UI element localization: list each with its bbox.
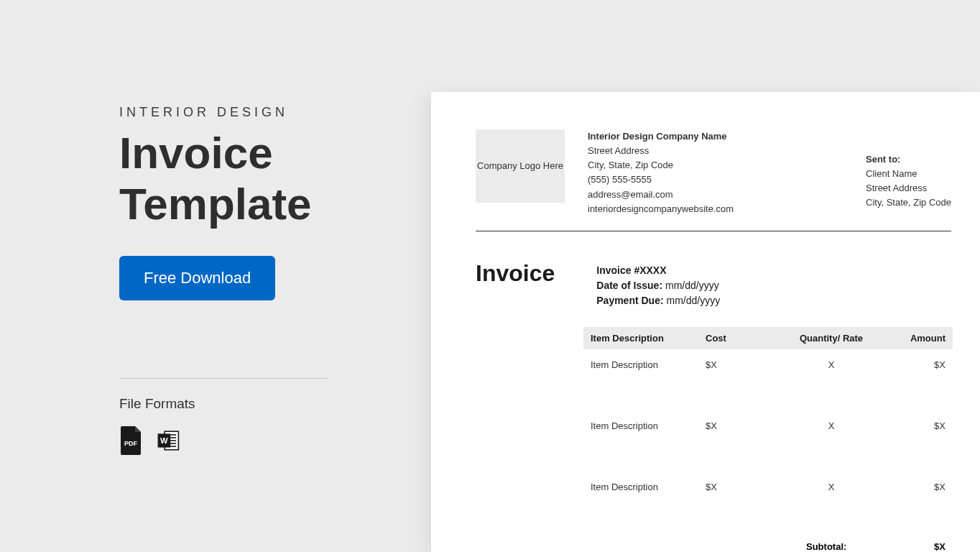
page-title: Invoice Template [119, 127, 407, 230]
table-row: Item Description $X X $X [583, 410, 953, 472]
company-street: Street Address [588, 144, 843, 158]
table-header: Item Description Cost Quantity/ Rate Amo… [583, 327, 953, 349]
col-description: Item Description [591, 333, 706, 344]
invoice-meta: Invoice #XXXX Date of Issue: mm/dd/yyyy … [596, 260, 720, 308]
cell-desc: Item Description [591, 359, 706, 410]
subtotal-label: Subtotal: [806, 541, 846, 552]
cell-amt: $X [885, 420, 946, 472]
cell-qty: X [777, 482, 885, 533]
invoice-number: Invoice #XXXX [596, 264, 666, 276]
cell-qty: X [777, 359, 885, 410]
cell-cost: $X [706, 482, 777, 533]
left-panel: INTERIOR DESIGN Invoice Template Free Do… [119, 105, 407, 458]
cell-qty: X [777, 420, 885, 472]
issue-date: mm/dd/yyyy [665, 280, 719, 291]
download-button[interactable]: Free Download [119, 256, 275, 300]
company-email: address@email.com [588, 188, 843, 202]
title-line-1: Invoice [119, 128, 273, 178]
cell-cost: $X [706, 359, 777, 410]
col-amount: Amount [885, 333, 946, 344]
document-preview: Company Logo Here Interior Design Compan… [431, 92, 980, 552]
logo-placeholder: Company Logo Here [476, 129, 565, 203]
file-formats-label: File Formats [119, 396, 407, 412]
word-icon: W [157, 426, 180, 458]
company-phone: (555) 555-5555 [588, 172, 843, 187]
invoice-heading: Invoice [476, 260, 555, 308]
sent-to-label: Sent to: [866, 152, 951, 167]
col-cost: Cost [706, 333, 777, 344]
doc-header: Company Logo Here Interior Design Compan… [476, 129, 951, 231]
cell-cost: $X [706, 420, 777, 472]
cell-desc: Item Description [591, 420, 706, 472]
table-row: Item Description $X X $X [583, 349, 953, 410]
svg-text:PDF: PDF [124, 440, 138, 447]
title-line-2: Template [119, 179, 312, 229]
totals-block: Subtotal: $X Discounts: $X [583, 540, 953, 552]
client-city: City, State, Zip Code [866, 196, 951, 210]
col-quantity: Quantity/ Rate [777, 333, 885, 344]
company-website: interiordesigncompanywebsite.com [588, 202, 843, 216]
category-label: INTERIOR DESIGN [119, 105, 407, 120]
company-name: Interior Design Company Name [588, 129, 843, 144]
company-info: Interior Design Company Name Street Addr… [588, 129, 843, 216]
line-items-table: Item Description Cost Quantity/ Rate Amo… [583, 327, 953, 552]
due-label: Payment Due: [596, 295, 663, 306]
subtotal-line: Subtotal: $X [591, 540, 946, 552]
issue-label: Date of Issue: [596, 280, 662, 291]
company-city: City, State, Zip Code [588, 158, 843, 172]
client-name: Client Name [866, 167, 951, 181]
invoice-meta-row: Invoice Invoice #XXXX Date of Issue: mm/… [476, 260, 951, 308]
table-row: Item Description $X X $X [583, 472, 953, 533]
file-format-icons: PDF W [119, 426, 407, 458]
svg-text:W: W [160, 436, 168, 445]
due-date: mm/dd/yyyy [667, 295, 721, 306]
cell-amt: $X [885, 359, 946, 410]
subtotal-value: $X [934, 541, 946, 552]
cell-amt: $X [885, 482, 946, 533]
client-street: Street Address [866, 181, 951, 196]
cell-desc: Item Description [591, 482, 706, 533]
divider [119, 378, 328, 379]
recipient-info: Sent to: Client Name Street Address City… [866, 129, 951, 216]
pdf-icon: PDF [119, 426, 142, 458]
